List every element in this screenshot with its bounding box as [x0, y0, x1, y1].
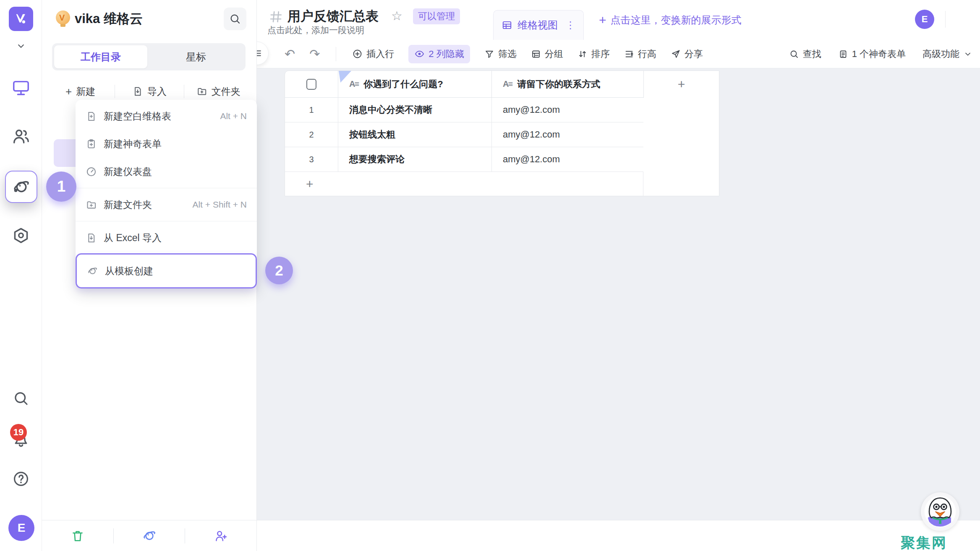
rail-help[interactable]	[0, 470, 42, 488]
tab-work-directory[interactable]: 工作目录	[54, 45, 147, 68]
hidden-columns-button[interactable]: 2 列隐藏	[408, 45, 470, 63]
planet-icon	[142, 528, 157, 543]
hidden-columns-label: 2 列隐藏	[429, 48, 464, 60]
menu-item-shortcut: Alt + N	[220, 111, 247, 121]
planet-icon	[87, 265, 98, 277]
menu-item-new-dashboard[interactable]: 新建仪表盘	[76, 158, 257, 185]
problem-cell[interactable]: 消息中心分类不清晰	[338, 98, 491, 122]
magic-form-label: 1 个神奇表单	[852, 48, 906, 60]
find-button[interactable]: 查找	[789, 48, 821, 60]
menu-item-label: 从模板创建	[105, 265, 153, 278]
sort-arrows-icon	[578, 49, 588, 59]
column-header-problem[interactable]: A≡ 你遇到了什么问题?	[338, 71, 491, 98]
sidebar-search-button[interactable]	[224, 8, 246, 30]
filter-label: 筛选	[498, 48, 517, 60]
plus-icon: +	[65, 85, 72, 98]
filter-button[interactable]: 筛选	[484, 48, 517, 60]
row-number-cell[interactable]: 2	[285, 122, 338, 147]
insert-row-button[interactable]: 插入行	[352, 48, 394, 60]
view-tab-grid[interactable]: 维格视图 ⋮	[493, 10, 584, 40]
import-label: 导入	[147, 85, 167, 98]
row-height-button[interactable]: 行高	[624, 48, 656, 60]
rail-item-contacts[interactable]	[0, 127, 42, 146]
menu-item-new-folder[interactable]: 新建文件夹 Alt + Shift + N	[76, 191, 257, 218]
permission-badge: 可以管理	[413, 8, 460, 24]
add-row-button[interactable]: +	[285, 172, 643, 196]
eye-icon	[414, 49, 425, 59]
problem-cell[interactable]: 想要搜索评论	[338, 147, 491, 172]
contact-cell[interactable]: amy@12.com	[491, 147, 643, 172]
checkbox-icon[interactable]	[306, 79, 316, 90]
user-avatar[interactable]: E	[915, 10, 934, 29]
sheet-title[interactable]: 用户反馈汇总表	[287, 8, 379, 25]
view-menu-kebab-icon[interactable]: ⋮	[565, 19, 575, 31]
invite-member-button[interactable]	[185, 529, 256, 543]
icon-rail: 19 E	[0, 0, 42, 551]
sidebar-actions: + 新建 导入 文件夹	[46, 81, 253, 102]
tab-starred[interactable]: 星标	[148, 43, 244, 70]
template-center-button[interactable]	[114, 528, 185, 543]
advanced-features-button[interactable]: 高级功能	[923, 48, 972, 60]
contact-cell[interactable]: amy@12.com	[491, 122, 643, 147]
mascot-widget[interactable]	[921, 492, 959, 531]
rail-item-workbench[interactable]	[0, 78, 42, 97]
grid-canvas: A≡ 你遇到了什么问题? A≡ 请留下你的联系方式 + 1 消息中心分类不清晰 …	[257, 68, 980, 520]
new-folder-label: 文件夹	[212, 85, 240, 98]
contact-cell[interactable]: amy@12.com	[491, 98, 643, 122]
vika-logo[interactable]	[9, 7, 33, 31]
menu-item-create-from-template[interactable]: 从模板创建	[76, 253, 257, 288]
group-icon	[531, 49, 541, 59]
menu-item-new-magic-form[interactable]: 新建神奇表单	[76, 130, 257, 158]
rail-notifications[interactable]: 19	[0, 430, 42, 448]
sheet-description[interactable]: 点击此处，添加一段说明	[267, 24, 364, 36]
magic-form-button[interactable]: 1 个神奇表单	[838, 48, 906, 60]
question-icon	[12, 470, 30, 488]
new-node-button[interactable]: + 新建	[46, 85, 115, 98]
import-button[interactable]: 导入	[115, 85, 183, 98]
new-folder-button[interactable]: 文件夹	[184, 85, 253, 98]
view-tab-label: 维格视图	[517, 18, 558, 32]
column-header-contact[interactable]: A≡ 请留下你的联系方式	[491, 71, 643, 98]
sidebar-tabs: 工作目录 星标	[52, 43, 246, 70]
rail-search[interactable]	[0, 390, 42, 407]
sort-button[interactable]: 排序	[578, 48, 610, 60]
redo-button[interactable]: ↷	[309, 47, 320, 61]
add-view-label: 点击这里，变换新的展示形式	[611, 13, 742, 27]
menu-item-new-datasheet[interactable]: 新建空白维格表 Alt + N	[76, 102, 257, 130]
guide-step-1-badge: 1	[46, 172, 76, 202]
mascot-bird-icon	[924, 495, 956, 528]
datasheet-icon	[268, 9, 283, 24]
grid-view-icon	[502, 20, 512, 31]
menu-item-import-excel[interactable]: 从 Excel 导入	[76, 224, 257, 252]
group-button[interactable]: 分组	[531, 48, 563, 60]
rail-item-settings[interactable]	[0, 226, 42, 246]
add-view-button[interactable]: + 点击这里，变换新的展示形式	[599, 0, 742, 40]
star-icon[interactable]: ☆	[391, 8, 402, 23]
new-node-label: 新建	[76, 85, 95, 98]
search-icon	[229, 13, 241, 25]
divider	[945, 11, 946, 28]
problem-cell[interactable]: 按钮线太粗	[338, 122, 491, 147]
row-number-cell[interactable]: 1	[285, 98, 338, 122]
users-icon	[11, 127, 31, 146]
hexagon-gear-icon	[11, 226, 31, 246]
lightbulb-icon: V	[56, 10, 70, 27]
rail-item-templates[interactable]	[5, 171, 37, 203]
add-column-button[interactable]: +	[643, 71, 719, 98]
sidebar: V vika 维格云 工作目录 星标 + 新建 导入 文件夹	[42, 0, 257, 551]
folder-plus-icon	[86, 199, 97, 211]
trash-button[interactable]	[42, 529, 113, 543]
select-all-cell[interactable]	[285, 71, 338, 98]
menu-item-label: 新建仪表盘	[104, 165, 152, 178]
rail-avatar[interactable]: E	[8, 515, 34, 541]
row-height-icon	[624, 49, 634, 59]
watermark-text: 聚集网	[901, 533, 947, 551]
row-number-cell[interactable]: 3	[285, 147, 338, 172]
share-button[interactable]: 分享	[671, 48, 703, 60]
guide-step-2-badge: 2	[265, 257, 293, 284]
menu-item-label: 新建文件夹	[104, 198, 152, 211]
workspace-switcher-chevron[interactable]	[0, 40, 42, 52]
new-node-menu: 新建空白维格表 Alt + N 新建神奇表单 新建仪表盘 新建文件夹 Alt +…	[76, 100, 257, 288]
sort-label: 排序	[591, 48, 610, 60]
undo-button[interactable]: ↶	[285, 47, 295, 61]
